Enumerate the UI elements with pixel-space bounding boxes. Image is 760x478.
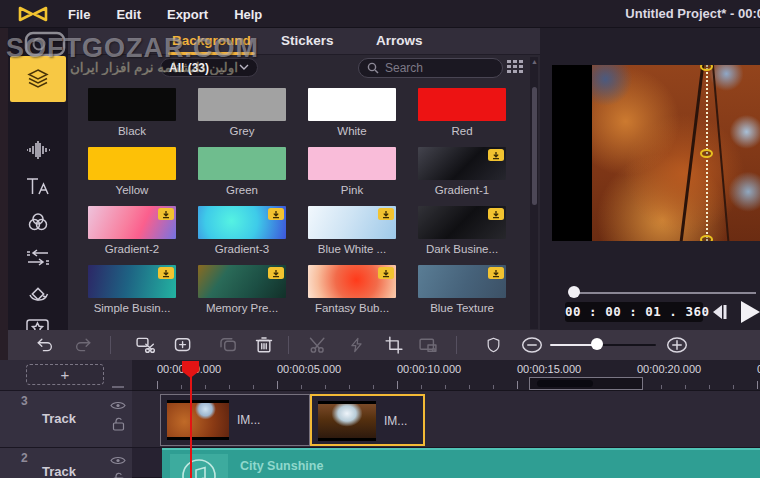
library-item[interactable]: Pink — [297, 147, 407, 206]
library-item[interactable]: Memory Pre... — [187, 265, 297, 324]
timeline: + 00:00:00.00000:00:05.00000:00:10.00000… — [0, 360, 760, 478]
effect-button[interactable] — [345, 335, 367, 355]
selection-handle-middle[interactable] — [700, 149, 713, 158]
library-item[interactable]: Fantasy Bub... — [297, 265, 407, 324]
library-item-label: Red — [407, 125, 517, 137]
video-clip[interactable]: IM... — [160, 394, 310, 446]
library-item[interactable]: Blue White ... — [297, 206, 407, 265]
selection-handle-bottom[interactable] — [700, 235, 713, 241]
track-visibility-button[interactable] — [110, 452, 126, 470]
delete-button[interactable] — [253, 335, 275, 355]
seek-bar[interactable] — [574, 292, 756, 294]
clip-label: IM... — [384, 414, 407, 428]
timeline-scrollbar-thumb[interactable] — [537, 380, 593, 387]
filter-circles-icon — [25, 210, 51, 234]
app-logo-icon — [17, 4, 49, 24]
audio-clip[interactable]: City Sunshine — [162, 448, 760, 478]
panel-scrollbar[interactable]: ▲ — [530, 57, 538, 329]
menu-item[interactable]: Help — [234, 7, 262, 22]
undo-button[interactable] — [34, 335, 56, 355]
seek-handle[interactable] — [568, 286, 580, 298]
edit-toolbar — [8, 330, 760, 360]
add-overlay-button[interactable] — [172, 335, 194, 355]
cut-button[interactable] — [307, 335, 329, 355]
play-button[interactable] — [736, 299, 760, 325]
tab-arrows[interactable]: Arrows — [376, 33, 423, 48]
library-item[interactable]: Dark Busine... — [407, 206, 517, 265]
library-item-label: Yellow — [77, 184, 187, 196]
sidebar-item-filters[interactable] — [10, 202, 66, 242]
library-item[interactable]: Yellow — [77, 147, 187, 206]
tab-stickers[interactable]: Stickers — [281, 33, 334, 48]
library-item-label: White — [297, 125, 407, 137]
waveform-icon — [25, 139, 51, 161]
track-row-2: City Sunshine 2 Track — [0, 448, 760, 478]
timeline-ruler[interactable]: 00:00:00.00000:00:05.00000:00:10.00000:0… — [132, 360, 760, 391]
library-item-thumbnail — [88, 147, 176, 180]
library-item[interactable]: Simple Busin... — [77, 265, 187, 324]
download-icon — [378, 208, 394, 220]
header-resize-handle[interactable] — [112, 386, 124, 388]
audio-clip-title: City Sunshine — [240, 459, 323, 473]
library-grid: Black Grey — [77, 88, 527, 324]
category-dropdown[interactable]: All (33) — [160, 58, 258, 77]
music-note-icon — [170, 454, 228, 478]
tab-background[interactable]: Background — [172, 33, 251, 48]
library-item[interactable]: Gradient-1 — [407, 147, 517, 206]
zoom-out-button[interactable] — [521, 335, 543, 355]
library-panel: Background Stickers Arrows All (33) — [68, 28, 540, 330]
mosaic-button[interactable] — [417, 335, 439, 355]
sidebar-item-transitions[interactable] — [10, 238, 66, 278]
library-item[interactable]: Gradient-3 — [187, 206, 297, 265]
track-visibility-button[interactable] — [110, 397, 126, 415]
sidebar — [8, 28, 68, 330]
sidebar-item-audio[interactable] — [10, 130, 66, 170]
video-clip-selected[interactable]: IM... — [310, 394, 425, 446]
previous-frame-button[interactable] — [708, 302, 730, 322]
library-item[interactable]: Gradient-2 — [77, 206, 187, 265]
redo-button[interactable] — [72, 335, 94, 355]
zoom-in-button[interactable] — [666, 335, 688, 355]
track-2-header: 2 Track — [0, 448, 132, 478]
download-icon — [488, 149, 504, 161]
copy-button[interactable] — [217, 335, 239, 355]
split-clip-button[interactable] — [134, 335, 156, 355]
library-item-thumbnail — [198, 265, 286, 298]
library-item-thumbnail — [418, 206, 506, 239]
transition-arrows-icon — [25, 247, 51, 269]
library-item[interactable]: White — [297, 88, 407, 147]
crop-button[interactable] — [383, 335, 405, 355]
watermark-shield-button[interactable] — [482, 335, 504, 355]
sidebar-item-text[interactable] — [10, 166, 66, 206]
category-dropdown-value: All (33) — [169, 61, 209, 75]
library-item[interactable]: Green — [187, 147, 297, 206]
grid-view-button[interactable] — [506, 59, 526, 77]
library-item-label: Gradient-1 — [407, 184, 517, 196]
timeline-header: + — [0, 360, 132, 391]
library-item[interactable]: Grey — [187, 88, 297, 147]
menu-item[interactable]: Export — [167, 7, 208, 22]
scrollbar-thumb[interactable] — [532, 87, 537, 205]
add-track-button[interactable]: + — [26, 364, 104, 385]
sidebar-item-backgrounds[interactable] — [10, 56, 66, 102]
menu-item[interactable]: Edit — [116, 7, 141, 22]
toolbar-divider — [456, 336, 457, 354]
track-lock-button[interactable] — [112, 417, 125, 435]
library-item-label: Gradient-2 — [77, 243, 187, 255]
library-item-thumbnail — [88, 265, 176, 298]
timeline-scrollbar[interactable] — [529, 377, 643, 390]
download-icon — [378, 267, 394, 279]
search-input[interactable] — [385, 61, 485, 75]
track-lock-button[interactable] — [112, 472, 125, 478]
library-item[interactable]: Black — [77, 88, 187, 147]
rotate-icon — [25, 282, 51, 306]
playhead-line[interactable] — [190, 361, 192, 478]
ruler-timestamp: 00:00:15.000 — [517, 363, 581, 375]
menu-item[interactable]: File — [68, 7, 90, 22]
library-item-thumbnail — [198, 147, 286, 180]
zoom-slider-handle[interactable] — [591, 338, 603, 350]
zoom-slider[interactable] — [550, 344, 656, 347]
library-item[interactable]: Red — [407, 88, 517, 147]
library-item-thumbnail — [88, 88, 176, 121]
library-item[interactable]: Blue Texture — [407, 265, 517, 324]
